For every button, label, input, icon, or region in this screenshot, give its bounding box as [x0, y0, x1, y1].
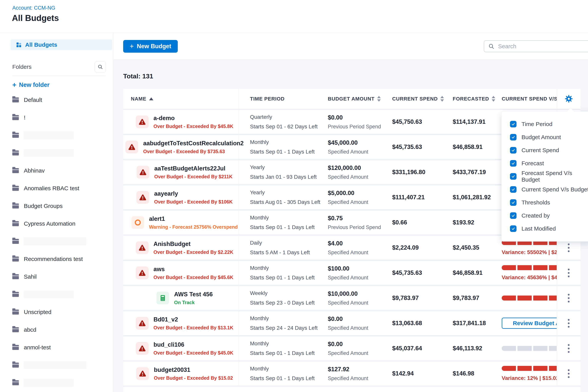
search-input[interactable]	[498, 41, 588, 52]
kebab-menu-button[interactable]	[566, 368, 572, 380]
checkbox-checked-icon[interactable]	[510, 160, 516, 166]
kebab-menu-button[interactable]	[566, 317, 572, 330]
table-row[interactable]: Bd01_v2 Over Budget - Exceeded By $13.1K…	[123, 311, 580, 336]
column-toggle-item[interactable]: Time Period	[510, 118, 588, 131]
budget-amount-type: Specified Amount	[328, 376, 386, 382]
sidebar-folder-item[interactable]: abcd	[12, 321, 113, 338]
new-folder-button[interactable]: + New folder	[12, 82, 113, 88]
kebab-menu-button[interactable]	[566, 242, 572, 254]
sidebar-folder-item[interactable]: Anomalies RBAC test	[12, 180, 113, 197]
checkbox-checked-icon[interactable]	[510, 212, 516, 219]
folder-label: !	[24, 114, 25, 121]
table-row[interactable]: aws Over Budget - Exceeded By $45.6K Mon…	[123, 261, 580, 286]
checkbox-checked-icon[interactable]	[510, 147, 516, 154]
time-period-cell: Monthly Starts Sep 01 - 1 Days Left	[238, 210, 323, 234]
budget-status-text: Over Budget - Exceeded By $45.0K	[154, 350, 233, 356]
budget-name: aws	[154, 266, 233, 273]
spend-vs-budget-bar	[502, 366, 557, 371]
folder-label: Abhinav	[24, 167, 44, 174]
folder-redacted-label	[24, 132, 74, 139]
warning-triangle-icon	[139, 194, 146, 201]
time-period: Monthly	[250, 215, 323, 220]
checkbox-checked-icon[interactable]	[510, 199, 516, 206]
table-row[interactable]: budget20031 Over Budget - Exceeded By $1…	[123, 362, 580, 387]
column-header-label: TIME PERIOD	[250, 96, 284, 102]
budget-amount-cell: $4.00 Specified Amount	[323, 236, 386, 260]
budget-amount-cell: $0.00 Specified Amount	[323, 311, 386, 335]
sidebar-folder-item[interactable]	[12, 232, 113, 250]
sidebar-folder-item[interactable]: !	[12, 109, 113, 126]
checkbox-checked-icon[interactable]	[510, 226, 516, 232]
sidebar-folder-item[interactable]: Unscripted	[12, 303, 113, 321]
column-header-current-spend[interactable]: CURRENT SPEND	[386, 89, 448, 109]
sidebar-folder-item[interactable]: Cypress Automation	[12, 215, 113, 232]
sidebar-folder-item[interactable]: Recommendations test	[12, 250, 113, 268]
kebab-icon	[568, 369, 570, 371]
new-budget-button[interactable]: + New Budget	[123, 40, 178, 53]
column-header-name[interactable]: NAME	[123, 89, 238, 109]
budget-amount-cell: $0.75 Previous Period Spend	[323, 210, 386, 234]
kebab-menu-button[interactable]	[566, 267, 572, 279]
sidebar-folder-item[interactable]: Default	[12, 91, 113, 109]
time-period-detail: Starts 5 AM - 1 Days Left	[250, 250, 323, 255]
sidebar-folder-item[interactable]	[12, 356, 113, 374]
forecasted-cell: $146.98	[448, 362, 494, 386]
folder-search-button[interactable]	[95, 61, 106, 72]
checkbox-checked-icon[interactable]	[510, 121, 516, 128]
forecasted: $2,450.35	[453, 244, 494, 251]
sidebar-folder-item[interactable]	[12, 286, 113, 303]
folder-icon	[12, 221, 19, 226]
checkbox-checked-icon[interactable]	[510, 173, 516, 180]
folder-icon	[12, 310, 19, 314]
sidebar-folder-item[interactable]: Abhinav	[12, 162, 113, 180]
budget-name: alert1	[149, 216, 238, 222]
kebab-menu-button[interactable]	[566, 292, 572, 304]
table-header-row: NAME TIME PERIOD BUDGET AMOUNT CURRENT S…	[123, 89, 580, 110]
column-toggle-item[interactable]: Forecast Spend V/s Budget	[510, 170, 588, 183]
column-settings-gear-button[interactable]	[564, 94, 574, 104]
gear-icon	[564, 94, 573, 103]
time-period-cell: Quarterly Starts Sep 01 - 62 Days Left	[238, 110, 323, 134]
forecasted: $317,841.18	[453, 320, 494, 327]
sidebar-item-all-budgets[interactable]: All Budgets	[10, 40, 112, 50]
sidebar-folder-item[interactable]: Budget Groups	[12, 197, 113, 215]
kebab-icon	[568, 269, 570, 270]
column-header-time-period[interactable]: TIME PERIOD	[238, 89, 323, 109]
column-header-forecasted[interactable]: FORECASTED	[448, 89, 494, 109]
budget-amount-type: Specified Amount	[328, 350, 386, 356]
review-budget-amount-button[interactable]: Review Budget Amou	[502, 318, 557, 329]
time-period-cell: Monthly Starts Sep 24 - 24 Days Left	[238, 311, 323, 335]
budget-name-cell: aws Over Budget - Exceeded By $45.6K	[123, 261, 238, 285]
kebab-menu-button[interactable]	[566, 342, 572, 355]
budget-amount-type: Specified Amount	[328, 199, 386, 205]
budget-amount: $4.00	[328, 240, 386, 247]
budget-name: AnishBudget	[154, 240, 233, 248]
column-toggle-item[interactable]: Thresholds	[510, 196, 588, 209]
warning-triangle-icon	[138, 269, 146, 276]
column-toggle-item[interactable]: Created by	[510, 209, 588, 222]
folders-label: Folders	[12, 64, 32, 70]
sidebar-folder-item[interactable]	[12, 374, 113, 392]
account-breadcrumb-link[interactable]: Account: CCM-NG	[12, 5, 55, 11]
sidebar-folder-item[interactable]: Sahil	[12, 268, 113, 286]
checkbox-checked-icon[interactable]	[510, 134, 516, 140]
sidebar-folder-item[interactable]: anmol-test	[12, 338, 113, 356]
table-row[interactable]: AWS Test 456 On Track Weekly Starts Sep …	[123, 286, 580, 311]
table-row[interactable]: bud_cli106 Over Budget - Exceeded By $45…	[123, 336, 580, 362]
budget-amount-type: Specified Amount	[328, 300, 386, 306]
forecasted-cell: $46,113.92	[448, 336, 494, 360]
plus-icon: +	[12, 82, 16, 88]
spend-vs-budget-bar	[502, 265, 557, 270]
budget-name: bud_cli106	[154, 341, 233, 348]
sidebar-folder-item[interactable]	[12, 144, 113, 162]
column-header-budget-amount[interactable]: BUDGET AMOUNT	[323, 89, 386, 109]
budget-amount-cell: $0.00 Specified Amount	[323, 336, 386, 360]
checkbox-checked-icon[interactable]	[510, 186, 516, 193]
column-header-spend-vs-budget[interactable]: CURRENT SPEND V/S BUDGET	[494, 89, 557, 109]
column-toggle-item[interactable]: Budget Amount	[510, 131, 588, 144]
column-toggle-item[interactable]: Last Modified	[510, 222, 588, 235]
column-toggle-item[interactable]: Current Spend V/s Budget	[510, 183, 588, 196]
column-toggle-item[interactable]: Forecast	[510, 157, 588, 170]
sidebar-folder-item[interactable]	[12, 126, 113, 144]
column-toggle-item[interactable]: Current Spend	[510, 144, 588, 157]
